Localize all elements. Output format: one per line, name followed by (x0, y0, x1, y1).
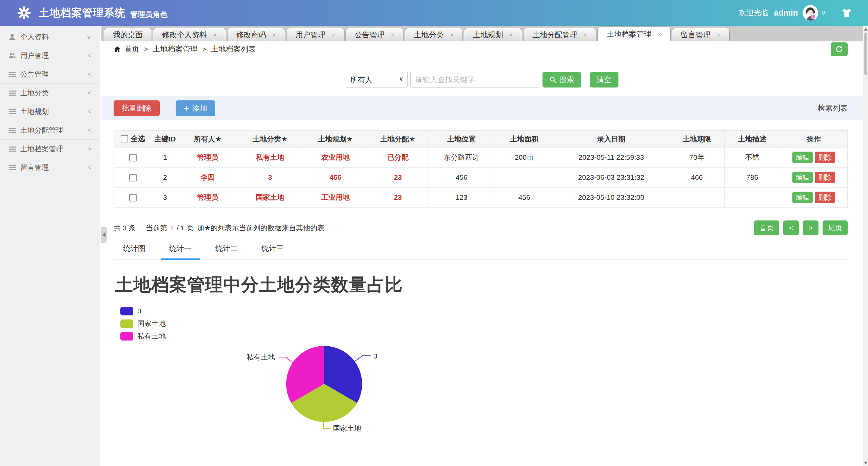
next-page-button[interactable]: > (803, 220, 818, 235)
tab-my-desktop[interactable]: 我的桌面 (104, 28, 152, 41)
close-icon[interactable]: × (213, 32, 217, 38)
tab-land-planning[interactable]: 土地规划× (464, 28, 522, 41)
sidebar-item-land-archive[interactable]: 土地档案管理 > (0, 140, 100, 158)
stats-tab-two[interactable]: 统计二 (207, 239, 246, 260)
col-description: 土地描述 (725, 131, 780, 148)
close-icon[interactable]: × (583, 32, 587, 38)
close-icon[interactable]: × (272, 32, 276, 38)
refresh-icon (835, 45, 843, 53)
row-checkbox[interactable] (129, 154, 137, 161)
legend-swatch (120, 332, 133, 341)
breadcrumb-module[interactable]: 土地档案管理 (153, 44, 198, 54)
tab-label: 修改个人资料 (162, 30, 207, 40)
tab-announcement-mgmt[interactable]: 公告管理× (346, 28, 404, 41)
sidebar-item-land-category[interactable]: 土地分类 < (0, 84, 100, 102)
tab-edit-profile[interactable]: 修改个人资料× (153, 28, 226, 41)
chevron-icon: > (87, 145, 91, 153)
close-icon[interactable]: × (331, 32, 335, 38)
menu-lines-icon (8, 89, 16, 97)
cell-category: 国家土地 (237, 188, 303, 208)
close-icon[interactable]: × (657, 31, 662, 38)
stats-tab-chart[interactable]: 统计图 (115, 239, 154, 260)
breadcrumb-home[interactable]: 首页 (124, 44, 139, 54)
row-checkbox[interactable] (129, 174, 137, 181)
scrollbar-thumb[interactable] (864, 33, 867, 75)
prev-page-button[interactable]: < (783, 220, 799, 235)
scroll-up-arrow[interactable] (863, 26, 868, 32)
stats-tab-three[interactable]: 统计三 (253, 239, 292, 260)
close-icon[interactable]: × (717, 32, 721, 38)
cell-term (669, 188, 725, 208)
sidebar-item-land-planning[interactable]: 土地规划 < (0, 102, 100, 121)
search-input[interactable] (410, 72, 539, 88)
tab-label: 土地分配管理 (532, 30, 577, 40)
refresh-button[interactable] (831, 42, 848, 56)
owner-select[interactable]: 所有人 (346, 72, 408, 88)
search-button[interactable]: 搜索 (542, 72, 581, 88)
add-button-label: 添加 (192, 103, 207, 113)
clear-button[interactable]: 清空 (590, 72, 618, 88)
sidebar: 个人资料 ∨ 用户管理 < 公告管理 < 土地分类 < 土地规划 < 土地分配 (0, 26, 100, 466)
vertical-scrollbar[interactable] (863, 26, 868, 466)
delete-button[interactable]: 删除 (815, 172, 835, 183)
row-checkbox[interactable] (129, 194, 137, 201)
sidebar-item-users[interactable]: 用户管理 < (0, 46, 100, 65)
tab-change-password[interactable]: 修改密码× (227, 28, 285, 41)
first-page-button[interactable]: 首页 (754, 220, 779, 235)
sidebar-item-land-allocation[interactable]: 土地分配管理 < (0, 121, 100, 140)
tab-message-mgmt[interactable]: 留言管理× (672, 28, 730, 41)
search-icon (549, 76, 557, 83)
tab-label: 土地规划 (473, 30, 503, 40)
cell-area: 200亩 (495, 148, 553, 168)
close-icon[interactable]: × (450, 32, 454, 38)
chevron-down-icon[interactable]: ∨ (821, 9, 826, 17)
legend-swatch (120, 307, 133, 315)
stats-tab-one-active[interactable]: 统计一 (161, 239, 200, 260)
stats-tabs: 统计图 统计一 统计二 统计三 (114, 239, 848, 259)
cell-owner: 管理员 (178, 148, 237, 168)
tab-user-mgmt[interactable]: 用户管理× (286, 28, 344, 41)
cell-allocation: 已分配 (368, 148, 428, 168)
last-page-button[interactable]: 尾页 (823, 220, 848, 235)
tab-land-allocation[interactable]: 土地分配管理× (523, 28, 596, 41)
batch-delete-button[interactable]: 批量删除 (114, 100, 160, 116)
sidebar-item-announcements[interactable]: 公告管理 < (0, 65, 100, 84)
chevron-icon: < (87, 127, 91, 134)
add-button[interactable]: + 添加 (176, 100, 215, 116)
cell-planning: 工业用地 (303, 188, 368, 208)
legend-item[interactable]: 私有土地 (120, 331, 166, 341)
legend-item[interactable]: 3 (120, 306, 166, 316)
avatar[interactable] (803, 5, 818, 21)
chevron-icon: < (87, 71, 91, 78)
scroll-down-arrow[interactable] (863, 460, 868, 465)
pie-chart-panel: 土地档案管理中分土地分类数量占比 3 国家土地 私有土地 (114, 259, 863, 466)
col-category: 土地分类★ (237, 131, 303, 148)
chart-title: 土地档案管理中分土地分类数量占比 (115, 273, 403, 297)
edit-button[interactable]: 编辑 (792, 172, 813, 183)
tab-label: 公告管理 (355, 30, 384, 40)
legend-item[interactable]: 国家土地 (120, 319, 166, 328)
header-right: 欢迎光临 admin ∨ (739, 5, 852, 21)
delete-button[interactable]: 删除 (815, 192, 835, 203)
sidebar-item-profile[interactable]: 个人资料 ∨ (0, 28, 100, 46)
legend-label: 3 (137, 307, 141, 315)
breadcrumb-page: 土地档案列表 (211, 44, 256, 54)
tab-land-category[interactable]: 土地分类× (405, 28, 463, 41)
sidebar-item-label: 土地分类 (20, 88, 87, 98)
sidebar-collapse-handle[interactable] (101, 227, 107, 243)
close-icon[interactable]: × (509, 32, 513, 38)
tab-land-archive-active[interactable]: 土地档案管理× (597, 26, 671, 41)
sidebar-item-messages[interactable]: 留言管理 < (0, 158, 100, 177)
cell-location: 456 (428, 168, 495, 188)
pagination-buttons: 首页 < > 尾页 (754, 220, 848, 235)
select-all-label: 全选 (131, 134, 145, 143)
theme-tshirt-icon[interactable] (841, 7, 852, 19)
select-all-checkbox[interactable] (121, 135, 128, 142)
delete-button[interactable]: 删除 (815, 152, 835, 163)
sidebar-item-label: 土地分配管理 (20, 125, 87, 135)
edit-button[interactable]: 编辑 (792, 192, 813, 203)
close-icon[interactable]: × (391, 32, 395, 38)
home-icon[interactable] (114, 45, 121, 53)
username: admin (774, 8, 798, 18)
edit-button[interactable]: 编辑 (792, 152, 813, 163)
